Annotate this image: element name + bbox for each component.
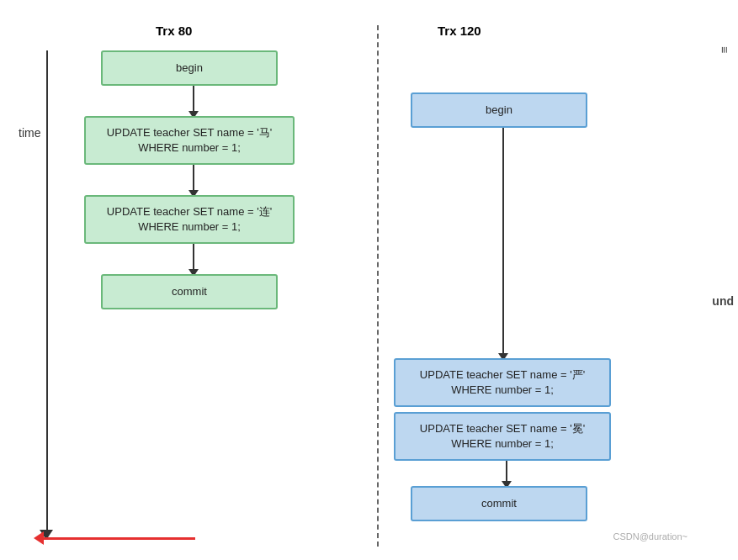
trx120-update2-box: UPDATE teacher SET name = '冕' WHERE numb…	[394, 412, 611, 461]
trx80-arrow2	[188, 165, 199, 198]
red-back-arrow	[34, 531, 195, 545]
trx120-begin-box: begin	[411, 92, 587, 128]
trx80-arrow1	[188, 86, 199, 119]
trx120-update1-box: UPDATE teacher SET name = '严' WHERE numb…	[394, 358, 611, 407]
trx120-arrow3	[502, 461, 512, 489]
time-axis	[46, 50, 48, 538]
trx80-arrow3	[188, 244, 199, 277]
trx80-update2-box: UPDATE teacher SET name = '连' WHERE numb…	[84, 195, 295, 244]
trx120-commit-box: commit	[411, 486, 587, 521]
trx120-header: Trx 120	[438, 24, 481, 38]
right-menu-icon: ≡	[718, 46, 731, 53]
trx120-arrow1	[498, 128, 508, 361]
trx80-begin-box: begin	[101, 50, 278, 86]
time-label: time	[19, 126, 40, 140]
trx80-commit-box: commit	[101, 274, 278, 309]
trx80-update1-box: UPDATE teacher SET name = '马' WHERE numb…	[84, 116, 295, 165]
undo-label: und	[712, 294, 734, 308]
trx80-header: Trx 80	[156, 24, 192, 38]
diagram: Trx 80 Trx 120 time begin UPDATE teacher…	[0, 0, 738, 560]
column-divider	[377, 25, 379, 547]
watermark: CSDN@duration~	[613, 531, 688, 542]
